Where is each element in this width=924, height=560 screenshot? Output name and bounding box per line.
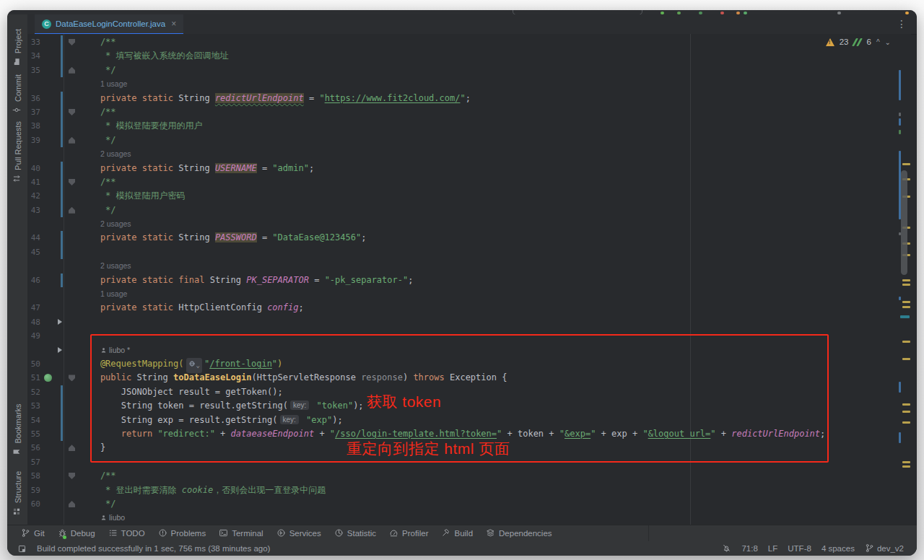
code-inlay-line[interactable]: 1 usage <box>27 77 911 91</box>
code-line-58[interactable]: 58 /** <box>27 469 911 483</box>
code-inlay-line[interactable]: 2 usages <box>27 259 911 273</box>
endpoint-run-icon[interactable] <box>44 374 52 382</box>
code-line-37[interactable]: 37 /** <box>27 105 911 119</box>
status-widget-dev-v2[interactable]: dev_v2 <box>865 543 904 554</box>
toolwindow-button-statistic[interactable]: Statistic <box>329 527 381 541</box>
code-line-59[interactable]: 59 * 登出时需要清除 cookie，否则会出现一直登录中问题 <box>27 484 911 497</box>
stripe-item-label: Bookmarks <box>13 403 22 443</box>
toolwindow-button-problems[interactable]: Problems <box>153 527 212 541</box>
usage-hint[interactable]: 2 usages <box>79 261 131 270</box>
notifications-off-icon[interactable] <box>722 543 731 554</box>
code-inlay-line[interactable]: liubo <box>27 511 911 525</box>
fold-marker-icon[interactable] <box>69 207 75 214</box>
usage-hint[interactable]: 1 usage <box>79 79 127 88</box>
usage-hint[interactable]: 2 usages <box>79 219 131 228</box>
sidebar-item-structure[interactable]: Structure <box>12 471 23 517</box>
code-line-35[interactable]: 35 */ <box>27 64 911 77</box>
line-number: 46 <box>27 274 40 287</box>
stripe-mark <box>902 341 910 343</box>
vcs-change-marker <box>61 175 63 189</box>
code-line-42[interactable]: 42 * 模拟登陆用户密码 <box>27 189 911 203</box>
sidebar-item-project[interactable]: Project <box>12 29 23 66</box>
inspections-widget[interactable]: 23 6 ^ ⌄ <box>826 38 891 46</box>
vcs-change-marker <box>61 274 63 287</box>
status-widget-71-8[interactable]: 71:8 <box>741 544 757 553</box>
line-number: 59 <box>27 484 40 497</box>
code-line-39[interactable]: 39 */ <box>27 134 911 147</box>
toolwindow-button-dependencies[interactable]: Dependencies <box>481 527 557 541</box>
vcs-change-marker <box>61 64 63 77</box>
code-inlay-line[interactable]: 2 usages <box>27 217 911 231</box>
fold-marker-icon[interactable] <box>69 473 75 479</box>
tab-options-kebab-icon[interactable]: ⋮ <box>897 18 907 30</box>
code-editor[interactable]: 33 /**34 * 填写被嵌入系统的会回调地址35 */1 usage36 p… <box>27 34 911 525</box>
code-line-40[interactable]: 40 private static String USERNAME = "adm… <box>27 162 911 175</box>
toolwindow-button-todo[interactable]: TODO <box>103 527 150 541</box>
code-inlay-line[interactable]: 2 usages <box>27 147 911 161</box>
code-line-41[interactable]: 41 /** <box>27 175 911 189</box>
stripe-mark <box>899 432 901 443</box>
fold-marker-icon[interactable] <box>69 137 75 144</box>
status-widget-label: 71:8 <box>741 544 757 553</box>
usage-hint[interactable]: 1 usage <box>79 289 127 298</box>
sidebar-item-pull-requests[interactable]: Pull Requests <box>12 121 23 183</box>
fold-marker-icon[interactable] <box>69 501 75 507</box>
gutter-arrow-icon[interactable] <box>58 319 62 325</box>
vcs-change-marker <box>61 162 63 175</box>
line-number: 36 <box>27 92 40 105</box>
stripe-mark <box>902 465 910 468</box>
code-line-43[interactable]: 43 */ <box>27 204 911 217</box>
close-tab-icon[interactable]: × <box>171 19 176 28</box>
code-line-38[interactable]: 38 * 模拟登陆要使用的用户 <box>27 119 911 133</box>
tool-windows-toggle-icon[interactable] <box>17 544 27 554</box>
fold-marker-icon[interactable] <box>69 109 75 115</box>
code-line-34[interactable]: 34 * 填写被嵌入系统的会回调地址 <box>27 49 911 63</box>
sidebar-item-bookmarks[interactable]: Bookmarks <box>12 403 23 456</box>
scrollbar-thumb[interactable] <box>901 170 907 275</box>
code-line-44[interactable]: 44 private static String PASSWORD = "Dat… <box>27 231 911 245</box>
code-line-46[interactable]: 46 private static final String PK_SEPARA… <box>27 274 911 287</box>
line-number: 49 <box>27 329 40 343</box>
stripe-mark <box>902 461 910 463</box>
gutter-arrow-icon[interactable] <box>58 347 62 353</box>
code-line-47[interactable]: 47 private static HttpClientConfig confi… <box>27 301 911 315</box>
toolwindow-button-profiler[interactable]: Profiler <box>384 527 433 541</box>
fold-marker-icon[interactable] <box>69 445 75 451</box>
toolwindow-button-services[interactable]: Services <box>271 527 326 541</box>
line-number: 54 <box>27 414 40 427</box>
fold-marker-icon[interactable] <box>69 179 75 185</box>
sidebar-item-commit[interactable]: Commit <box>12 74 23 115</box>
vcs-change-marker <box>61 49 63 63</box>
line-number: 40 <box>27 162 40 175</box>
status-widget-lf[interactable]: LF <box>768 544 777 553</box>
line-number: 37 <box>27 105 40 119</box>
author-hint[interactable]: liubo <box>79 511 125 525</box>
toolwindow-button-git[interactable]: Git <box>16 527 50 541</box>
code-line-48[interactable]: 48 <box>27 315 911 329</box>
line-number: 38 <box>27 119 40 133</box>
bottom-bar-divider <box>648 525 649 541</box>
status-widget-utf-8[interactable]: UTF-8 <box>788 544 811 553</box>
line-number: 35 <box>27 64 40 77</box>
fold-marker-icon[interactable] <box>69 67 75 74</box>
prev-problem-chevron-icon[interactable]: ^ <box>876 38 880 46</box>
line-number: 50 <box>27 357 40 371</box>
next-problem-chevron-icon[interactable]: ⌄ <box>885 38 891 46</box>
editor-tab-bar: C DataEaseLoginController.java × ⋮ <box>27 14 917 35</box>
status-widget-4-spaces[interactable]: 4 spaces <box>821 544 855 553</box>
code-line-45[interactable]: 45 <box>27 245 911 259</box>
code-line-33[interactable]: 33 /** <box>27 35 911 49</box>
code-inlay-line[interactable]: 1 usage <box>27 287 911 301</box>
toolwindow-button-debug[interactable]: Debug <box>53 527 100 541</box>
stripe-mark <box>899 113 901 116</box>
error-stripe-scrollbar[interactable] <box>899 34 911 525</box>
code-line-60[interactable]: 60 */ <box>27 497 911 511</box>
fold-marker-icon[interactable] <box>69 39 75 45</box>
tab-dataease-login-controller[interactable]: C DataEaseLoginController.java × <box>35 14 183 35</box>
code-line-36[interactable]: 36 private static String redictUrlEndpoi… <box>27 92 911 105</box>
status-widget-label: dev_v2 <box>877 544 904 553</box>
toolwindow-button-terminal[interactable]: Terminal <box>214 527 268 541</box>
fold-marker-icon[interactable] <box>69 375 75 381</box>
usage-hint[interactable]: 2 usages <box>79 149 131 158</box>
toolwindow-button-build[interactable]: Build <box>436 527 478 541</box>
